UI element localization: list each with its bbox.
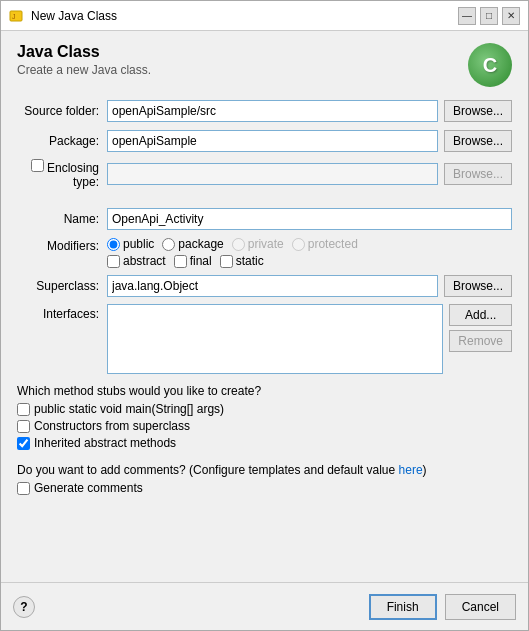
comments-configure-link[interactable]: here xyxy=(399,463,423,477)
source-folder-input[interactable] xyxy=(107,100,438,122)
name-row: Name: xyxy=(17,207,512,231)
stub-main-method[interactable]: public static void main(String[] args) xyxy=(17,402,512,416)
cancel-button[interactable]: Cancel xyxy=(445,594,516,620)
footer-buttons: Finish Cancel xyxy=(369,594,516,620)
modifier-protected-radio[interactable] xyxy=(292,238,305,251)
modifier-abstract[interactable]: abstract xyxy=(107,254,166,268)
generate-comments-checkbox[interactable] xyxy=(17,482,30,495)
modifier-protected[interactable]: protected xyxy=(292,237,358,251)
dialog-content: Java Class Create a new Java class. Sour… xyxy=(1,31,528,582)
header-text: Java Class Create a new Java class. xyxy=(17,43,151,77)
close-button[interactable]: ✕ xyxy=(502,7,520,25)
main-window: J New Java Class — □ ✕ Java Class Create… xyxy=(0,0,529,631)
header-section: Java Class Create a new Java class. xyxy=(17,43,512,87)
stub-constructors[interactable]: Constructors from superclass xyxy=(17,419,512,433)
interfaces-row: Interfaces: Add... Remove xyxy=(17,304,512,374)
package-label: Package: xyxy=(17,134,107,148)
comments-title: Do you want to add comments? (Configure … xyxy=(17,463,512,477)
modifier-public[interactable]: public xyxy=(107,237,154,251)
remove-interface-button[interactable]: Remove xyxy=(449,330,512,352)
finish-button[interactable]: Finish xyxy=(369,594,437,620)
name-label: Name: xyxy=(17,212,107,226)
modifier-public-radio[interactable] xyxy=(107,238,120,251)
modifiers-section: public package private protected xyxy=(107,237,358,268)
source-folder-browse-button[interactable]: Browse... xyxy=(444,100,512,122)
help-button[interactable]: ? xyxy=(13,596,35,618)
title-bar: J New Java Class — □ ✕ xyxy=(1,1,528,31)
package-input[interactable] xyxy=(107,130,438,152)
modifier-abstract-checkbox[interactable] xyxy=(107,255,120,268)
enclosing-type-input[interactable] xyxy=(107,163,438,185)
package-row: Package: Browse... xyxy=(17,129,512,153)
superclass-input[interactable] xyxy=(107,275,438,297)
window-icon: J xyxy=(9,8,25,24)
title-bar-text: New Java Class xyxy=(31,9,458,23)
modifiers-row-1: public package private protected xyxy=(107,237,358,251)
source-folder-row: Source folder: Browse... xyxy=(17,99,512,123)
modifier-static-checkbox[interactable] xyxy=(220,255,233,268)
minimize-button[interactable]: — xyxy=(458,7,476,25)
interfaces-textarea[interactable] xyxy=(107,304,443,374)
comments-section: Do you want to add comments? (Configure … xyxy=(17,463,512,498)
modifiers-row-2: abstract final static xyxy=(107,254,358,268)
modifier-package[interactable]: package xyxy=(162,237,223,251)
superclass-label: Superclass: xyxy=(17,279,107,293)
interfaces-buttons: Add... Remove xyxy=(449,304,512,352)
modifier-package-radio[interactable] xyxy=(162,238,175,251)
eclipse-logo-icon xyxy=(468,43,512,87)
interfaces-label: Interfaces: xyxy=(17,304,107,321)
stub-main-checkbox[interactable] xyxy=(17,403,30,416)
superclass-row: Superclass: Browse... xyxy=(17,274,512,298)
stub-constructors-checkbox[interactable] xyxy=(17,420,30,433)
generate-comments-option[interactable]: Generate comments xyxy=(17,481,512,495)
maximize-button[interactable]: □ xyxy=(480,7,498,25)
enclosing-type-row: Enclosing type: Browse... xyxy=(17,159,512,189)
add-interface-button[interactable]: Add... xyxy=(449,304,512,326)
enclosing-type-label-area: Enclosing type: xyxy=(17,159,107,189)
modifier-final[interactable]: final xyxy=(174,254,212,268)
modifier-private-radio[interactable] xyxy=(232,238,245,251)
enclosing-type-browse-button[interactable]: Browse... xyxy=(444,163,512,185)
modifiers-row: Modifiers: public package pr xyxy=(17,237,512,268)
title-bar-controls: — □ ✕ xyxy=(458,7,520,25)
superclass-browse-button[interactable]: Browse... xyxy=(444,275,512,297)
separator-1 xyxy=(17,195,512,201)
enclosing-type-checkbox[interactable] xyxy=(31,159,44,172)
modifier-private[interactable]: private xyxy=(232,237,284,251)
source-folder-label: Source folder: xyxy=(17,104,107,118)
modifier-static[interactable]: static xyxy=(220,254,264,268)
stubs-title: Which method stubs would you like to cre… xyxy=(17,384,512,398)
dialog-title: Java Class xyxy=(17,43,151,61)
dialog-footer: ? Finish Cancel xyxy=(1,582,528,630)
stub-inherited[interactable]: Inherited abstract methods xyxy=(17,436,512,450)
name-input[interactable] xyxy=(107,208,512,230)
dialog-subtitle: Create a new Java class. xyxy=(17,63,151,77)
modifiers-label: Modifiers: xyxy=(17,237,107,253)
modifier-final-checkbox[interactable] xyxy=(174,255,187,268)
package-browse-button[interactable]: Browse... xyxy=(444,130,512,152)
form-area: Source folder: Browse... Package: Browse… xyxy=(17,99,512,570)
svg-text:J: J xyxy=(12,13,16,20)
stubs-section: Which method stubs would you like to cre… xyxy=(17,384,512,453)
stub-inherited-checkbox[interactable] xyxy=(17,437,30,450)
